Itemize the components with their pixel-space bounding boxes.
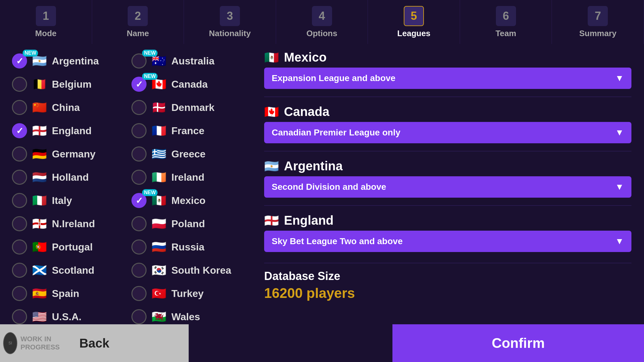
league-country-header: 🇨🇦 Canada	[264, 105, 631, 119]
database-label: Database Size	[264, 270, 631, 283]
step-nationality[interactable]: 3 Nationality	[184, 0, 276, 44]
radio-circle	[131, 170, 147, 185]
country-name: Wales	[171, 311, 200, 323]
radio-circle	[12, 309, 27, 324]
radio-circle	[12, 263, 27, 278]
list-item[interactable]: NEW ✓ 🇲🇽 Mexico	[129, 190, 242, 211]
league-dropdown[interactable]: Canadian Premier League only ▼	[264, 122, 631, 143]
step-label: Mode	[35, 29, 57, 38]
flag-icon: 🇵🇹	[32, 241, 47, 253]
country-name: Germany	[52, 148, 96, 160]
step-leagues[interactable]: 5 Leagues	[368, 0, 460, 44]
radio-circle	[12, 100, 27, 115]
league-section: 🇲🇽 Mexico Expansion League and above ▼	[264, 50, 631, 89]
confirm-button[interactable]: Confirm	[392, 324, 644, 362]
list-item[interactable]: NEW 🇦🇺 Australia	[129, 50, 242, 72]
right-col: NEW 🇦🇺 Australia NEW ✓ 🇨🇦 Canada 🇩🇰 Denm…	[129, 50, 242, 318]
chevron-down-icon: ▼	[615, 73, 624, 83]
flag-icon: 🏴󠁧󠁢󠁷󠁬󠁳󠁿	[152, 311, 166, 323]
league-section: 🇦🇷 Argentina Second Division and above ▼	[264, 159, 631, 198]
wip-label: WORK INPROGRESS	[20, 335, 60, 352]
list-item[interactable]: 🇨🇳 China	[9, 97, 123, 118]
step-num: 5	[404, 6, 424, 26]
country-name: N.Ireland	[52, 218, 95, 230]
step-num: 4	[312, 6, 332, 26]
country-name: France	[171, 125, 204, 137]
step-summary[interactable]: 7 Summary	[552, 0, 644, 44]
list-item[interactable]: 🇧🇪 Belgium	[9, 74, 123, 95]
list-item[interactable]: 🇺🇸 U.S.A.	[9, 306, 123, 324]
radio-circle	[131, 239, 147, 255]
step-name[interactable]: 2 Name	[92, 0, 184, 44]
list-item[interactable]: 🇷🇺 Russia	[129, 236, 242, 258]
league-dropdown[interactable]: Expansion League and above ▼	[264, 68, 631, 89]
flag-icon: 🇺🇸	[32, 311, 47, 323]
database-value: 16200 players	[264, 285, 631, 301]
list-item[interactable]: 🇩🇪 Germany	[9, 143, 123, 165]
list-item[interactable]: 🏴󠁧󠁢󠁳󠁣󠁴󠁿 Scotland	[9, 260, 123, 281]
flag-icon: 🇩🇰	[152, 101, 166, 113]
country-name: Italy	[52, 195, 72, 206]
list-item[interactable]: 🏴󠁧󠁢󠁷󠁬󠁳󠁿 Wales	[129, 306, 242, 324]
list-item[interactable]: 🇫🇷 France	[129, 120, 242, 141]
chevron-down-icon: ▼	[615, 236, 624, 246]
league-dropdown[interactable]: Second Division and above ▼	[264, 176, 631, 198]
list-item[interactable]: ✓ 🏴󠁧󠁢󠁥󠁮󠁧󠁿 England	[9, 120, 123, 141]
list-item[interactable]: 🇮🇹 Italy	[9, 190, 123, 211]
footer: SI WORK INPROGRESS Back Confirm	[0, 324, 644, 362]
list-item[interactable]: 🇵🇹 Portugal	[9, 236, 123, 258]
radio-circle: ✓	[12, 123, 27, 138]
league-dropdown[interactable]: Sky Bet League Two and above ▼	[264, 231, 631, 252]
country-name: Canada	[171, 79, 208, 90]
step-num: 6	[496, 6, 516, 26]
new-badge: NEW	[23, 50, 38, 57]
list-item[interactable]: 🏴󠁧󠁢󠁮󠁩󠁲󠁿 N.Ireland	[9, 213, 123, 234]
radio-circle	[131, 309, 147, 324]
main-content: NEW ✓ 🇦🇷 Argentina 🇧🇪 Belgium 🇨🇳 China ✓…	[0, 44, 644, 324]
country-name: China	[52, 102, 80, 113]
list-item[interactable]: 🇬🇷 Greece	[129, 143, 242, 165]
radio-circle	[12, 146, 27, 162]
league-name: Second Division and above	[272, 182, 386, 192]
list-item[interactable]: 🇩🇰 Denmark	[129, 97, 242, 118]
step-label: Options	[306, 29, 337, 38]
step-team[interactable]: 6 Team	[460, 0, 552, 44]
flag-icon: 🇮🇪	[152, 171, 166, 183]
radio-circle	[131, 286, 147, 301]
radio-circle	[131, 146, 147, 162]
flag-icon: 🇨🇳	[32, 101, 47, 113]
list-item[interactable]: 🇪🇸 Spain	[9, 283, 123, 304]
step-mode[interactable]: 1 Mode	[0, 0, 92, 44]
divider	[264, 96, 631, 97]
step-num: 1	[36, 6, 56, 26]
country-name: Holland	[52, 172, 89, 183]
list-item[interactable]: NEW ✓ 🇦🇷 Argentina	[9, 50, 123, 72]
checkmark-icon: ✓	[16, 56, 23, 66]
league-country-name: Mexico	[284, 50, 327, 64]
list-item[interactable]: 🇳🇱 Holland	[9, 167, 123, 188]
flag-icon: 🇬🇷	[152, 148, 166, 160]
league-country-header: 🇲🇽 Mexico	[264, 50, 631, 64]
step-num: 2	[128, 6, 148, 26]
flag-icon: 🇰🇷	[152, 264, 166, 276]
step-label: Name	[127, 29, 149, 38]
flag-icon: 🇳🇱	[32, 171, 47, 183]
right-league-panel: 🇲🇽 Mexico Expansion League and above ▼ 🇨…	[252, 44, 644, 324]
list-item[interactable]: NEW ✓ 🇨🇦 Canada	[129, 74, 242, 95]
country-name: Portugal	[52, 241, 93, 253]
list-item[interactable]: 🇵🇱 Poland	[129, 213, 242, 234]
flag-icon: 🇪🇸	[32, 288, 47, 299]
flag-icon: 🏴󠁧󠁢󠁳󠁣󠁴󠁿	[32, 264, 47, 276]
logo-area: SI WORK INPROGRESS	[0, 324, 63, 362]
flag-icon: 🇨🇦	[152, 78, 166, 90]
list-item[interactable]: 🇹🇷 Turkey	[129, 283, 242, 304]
list-item[interactable]: 🇮🇪 Ireland	[129, 167, 242, 188]
flag-icon: 🇫🇷	[152, 125, 166, 137]
flag-icon: 🇲🇽	[152, 195, 166, 206]
country-name: Russia	[171, 241, 204, 253]
country-name: England	[52, 125, 92, 137]
step-options[interactable]: 4 Options	[276, 0, 368, 44]
logo-icon: SI	[3, 332, 17, 354]
list-item[interactable]: 🇰🇷 South Korea	[129, 260, 242, 281]
league-section: 🇨🇦 Canada Canadian Premier League only ▼	[264, 105, 631, 143]
